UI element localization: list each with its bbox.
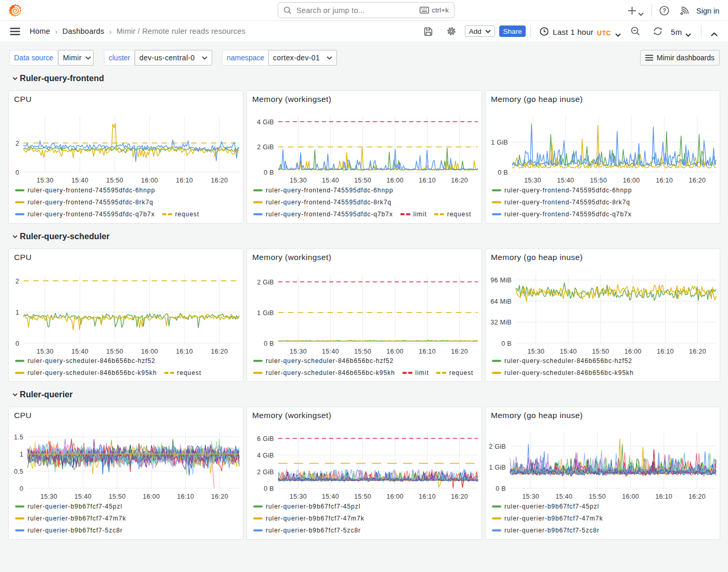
svg-text:16:20: 16:20 [211, 348, 228, 355]
svg-text:16:00: 16:00 [625, 348, 642, 355]
svg-text:16:00: 16:00 [622, 493, 639, 500]
svg-text:16:10: 16:10 [419, 348, 436, 355]
svg-text:1.5: 1.5 [14, 434, 23, 441]
svg-text:16:20: 16:20 [211, 493, 228, 500]
svg-text:6 GiB: 6 GiB [257, 435, 274, 443]
svg-text:16:00: 16:00 [143, 493, 160, 500]
svg-text:16:20: 16:20 [451, 493, 468, 500]
svg-text:2 GiB: 2 GiB [257, 144, 274, 151]
svg-text:16:20: 16:20 [689, 348, 706, 355]
svg-text:2 GiB: 2 GiB [489, 443, 506, 450]
svg-text:16:00: 16:00 [386, 177, 404, 184]
svg-text:64 MiB: 64 MiB [490, 298, 512, 305]
svg-text:2 GiB: 2 GiB [257, 279, 274, 286]
svg-text:15:50: 15:50 [589, 493, 606, 500]
svg-text:15:50: 15:50 [354, 493, 371, 500]
svg-text:96 MiB: 96 MiB [490, 277, 512, 284]
svg-text:15:40: 15:40 [322, 348, 339, 355]
svg-text:2: 2 [16, 140, 19, 147]
svg-text:15:40: 15:40 [71, 177, 88, 184]
svg-text:15:30: 15:30 [527, 348, 544, 355]
svg-text:16:00: 16:00 [141, 348, 158, 355]
svg-text:16:20: 16:20 [689, 177, 706, 184]
svg-text:1 GiB: 1 GiB [489, 464, 506, 471]
svg-text:16:20: 16:20 [451, 348, 468, 355]
svg-text:0 B: 0 B [501, 340, 512, 347]
svg-text:16:10: 16:10 [656, 177, 673, 184]
svg-text:15:40: 15:40 [71, 348, 88, 355]
svg-text:2: 2 [16, 278, 19, 285]
svg-text:16:10: 16:10 [419, 493, 436, 500]
svg-text:15:50: 15:50 [354, 348, 371, 355]
svg-text:0: 0 [16, 340, 19, 347]
svg-text:15:50: 15:50 [590, 177, 607, 184]
svg-text:15:40: 15:40 [560, 348, 577, 355]
svg-text:16:10: 16:10 [419, 177, 436, 184]
svg-text:16:10: 16:10 [176, 177, 193, 184]
svg-text:15:30: 15:30 [290, 177, 307, 184]
svg-text:16:00: 16:00 [623, 177, 640, 184]
svg-text:4 GiB: 4 GiB [257, 119, 274, 126]
svg-text:15:30: 15:30 [40, 493, 57, 500]
svg-text:15:30: 15:30 [522, 493, 539, 500]
svg-text:0 B: 0 B [264, 340, 274, 347]
svg-text:?: ? [662, 7, 666, 14]
svg-text:15:40: 15:40 [74, 493, 92, 500]
svg-text:4 GiB: 4 GiB [257, 452, 274, 459]
svg-text:0 B: 0 B [264, 485, 274, 492]
svg-text:0 B: 0 B [264, 169, 274, 176]
svg-text:15:50: 15:50 [106, 348, 123, 355]
svg-text:0 B: 0 B [498, 169, 508, 176]
svg-text:1: 1 [20, 451, 23, 458]
svg-text:16:00: 16:00 [386, 493, 404, 500]
svg-text:0 B: 0 B [496, 485, 506, 492]
svg-text:16:10: 16:10 [655, 493, 672, 500]
svg-text:15:30: 15:30 [524, 177, 541, 184]
svg-text:15:40: 15:40 [322, 493, 339, 500]
svg-text:1 GiB: 1 GiB [491, 139, 508, 146]
svg-text:1: 1 [16, 309, 19, 316]
svg-text:15:40: 15:40 [322, 177, 339, 184]
svg-text:15:50: 15:50 [592, 348, 609, 355]
svg-text:16:10: 16:10 [176, 348, 193, 355]
svg-text:2 GiB: 2 GiB [257, 469, 274, 476]
svg-text:0.5: 0.5 [14, 468, 23, 475]
svg-text:15:30: 15:30 [290, 493, 307, 500]
svg-text:16:10: 16:10 [177, 493, 194, 500]
svg-text:32 MiB: 32 MiB [490, 319, 512, 326]
svg-text:0: 0 [16, 169, 19, 176]
svg-text:15:30: 15:30 [36, 348, 54, 355]
svg-text:15:30: 15:30 [290, 348, 307, 355]
svg-text:16:20: 16:20 [688, 493, 706, 500]
svg-text:15:40: 15:40 [557, 177, 574, 184]
svg-text:16:10: 16:10 [657, 348, 674, 355]
svg-text:16:20: 16:20 [211, 177, 228, 184]
svg-text:15:40: 15:40 [555, 493, 573, 500]
svg-text:15:30: 15:30 [36, 177, 54, 184]
svg-text:16:20: 16:20 [451, 177, 468, 184]
svg-text:16:00: 16:00 [141, 177, 158, 184]
svg-text:15:50: 15:50 [106, 177, 123, 184]
svg-text:16:00: 16:00 [386, 348, 404, 355]
svg-text:1 GiB: 1 GiB [257, 309, 274, 317]
svg-text:15:50: 15:50 [109, 493, 126, 500]
svg-text:15:50: 15:50 [354, 177, 371, 184]
svg-text:0: 0 [20, 485, 23, 492]
